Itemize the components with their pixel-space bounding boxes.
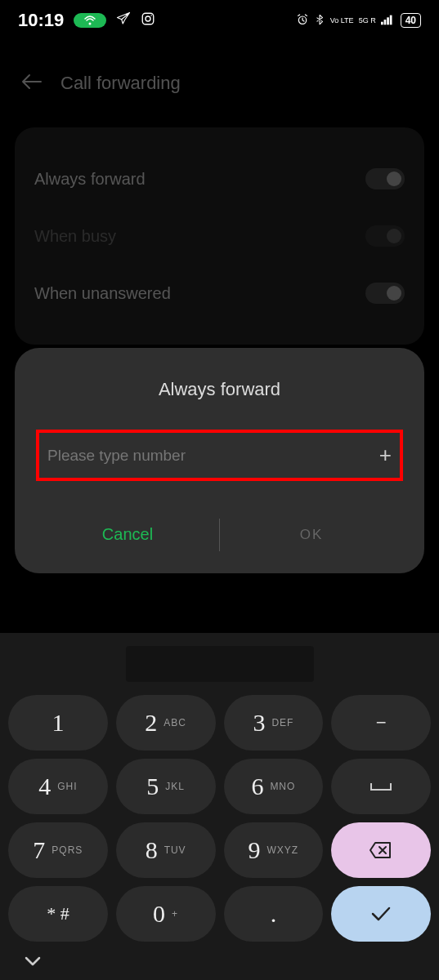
key-8[interactable]: 8TUV: [116, 822, 216, 878]
volte-icon: Vo LTE: [330, 17, 354, 24]
input-placeholder: Please type number: [47, 447, 186, 465]
keypad-bottom-row: [8, 942, 431, 973]
toggle-busy[interactable]: [365, 225, 405, 247]
svg-rect-6: [383, 20, 386, 24]
signal-icon: [381, 14, 396, 27]
status-bar: 10:19 Vo LTE 5G R 40: [0, 0, 439, 41]
svg-rect-7: [387, 17, 389, 24]
key-confirm[interactable]: [331, 886, 431, 942]
key-6[interactable]: 6MNO: [224, 759, 324, 814]
cancel-button[interactable]: Cancel: [36, 517, 219, 552]
settings-card: Always forward When busy When unanswered: [15, 127, 424, 345]
battery-icon: 40: [401, 13, 421, 28]
key-5[interactable]: 5JKL: [116, 759, 216, 814]
toggle-always[interactable]: [365, 168, 405, 189]
svg-rect-1: [143, 13, 155, 24]
key-dot[interactable]: .: [224, 886, 324, 942]
toggle-unanswered[interactable]: [365, 283, 405, 304]
setting-when-busy[interactable]: When busy: [34, 207, 405, 265]
setting-label: Always forward: [34, 170, 146, 189]
setting-label: When busy: [34, 227, 116, 246]
key-star-hash[interactable]: * #: [8, 886, 108, 942]
setting-when-unanswered[interactable]: When unanswered: [34, 265, 405, 322]
back-arrow-icon[interactable]: [21, 72, 43, 95]
key-9[interactable]: 9WXYZ: [224, 822, 324, 878]
key-0[interactable]: 0+: [116, 886, 216, 942]
status-left: 10:19: [18, 10, 155, 31]
setting-always-forward[interactable]: Always forward: [34, 150, 405, 207]
svg-rect-5: [381, 22, 383, 25]
keypad: 1 2ABC 3DEF − 4GHI 5JKL 6MNO 7PQRS 8TUV …: [0, 633, 439, 980]
dialog-title: Always forward: [36, 379, 403, 400]
chevron-down-icon[interactable]: [25, 951, 41, 969]
network-icon: 5G R: [359, 17, 376, 24]
svg-point-3: [151, 15, 153, 16]
key-1[interactable]: 1: [8, 695, 108, 751]
header: Call forwarding: [0, 41, 439, 111]
telegram-icon: [116, 11, 131, 29]
dialog-always-forward: Always forward Please type number + Canc…: [15, 348, 424, 573]
ok-button[interactable]: OK: [220, 519, 403, 551]
bluetooth-icon: [314, 13, 325, 28]
add-contact-icon[interactable]: +: [379, 443, 392, 468]
phone-number-input[interactable]: Please type number +: [36, 430, 403, 481]
key-grid: 1 2ABC 3DEF − 4GHI 5JKL 6MNO 7PQRS 8TUV …: [8, 695, 431, 942]
suggestion-bar: [126, 646, 314, 682]
setting-label: When unanswered: [34, 284, 171, 303]
alarm-icon: [296, 13, 309, 28]
svg-rect-8: [389, 16, 392, 25]
key-minus[interactable]: −: [331, 695, 431, 751]
svg-point-2: [146, 16, 150, 21]
dialog-buttons: Cancel OK: [36, 517, 403, 552]
key-3[interactable]: 3DEF: [224, 695, 324, 751]
status-right: Vo LTE 5G R 40: [296, 13, 421, 28]
key-7[interactable]: 7PQRS: [8, 822, 108, 878]
key-space[interactable]: [331, 759, 431, 814]
wifi-badge-icon: [74, 13, 106, 28]
status-time: 10:19: [18, 10, 64, 31]
svg-point-0: [89, 23, 92, 25]
page-title: Call forwarding: [60, 73, 181, 94]
key-backspace[interactable]: [331, 822, 431, 878]
key-2[interactable]: 2ABC: [116, 695, 216, 751]
instagram-icon: [141, 11, 155, 29]
key-4[interactable]: 4GHI: [8, 759, 108, 814]
